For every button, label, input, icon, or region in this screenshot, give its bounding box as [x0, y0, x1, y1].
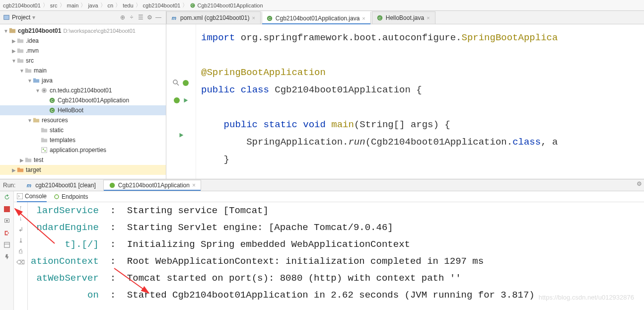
hide-icon[interactable]: —	[154, 14, 163, 21]
close-icon[interactable]: ×	[362, 15, 365, 21]
endpoints-tab[interactable]: Endpoints	[54, 193, 88, 200]
crumb-2[interactable]: main	[67, 2, 79, 8]
autowire-icon[interactable]	[173, 96, 181, 104]
settings-icon[interactable]: ⚙	[145, 14, 154, 21]
tree-item-target[interactable]: ▶target	[0, 165, 166, 175]
svg-rect-14	[33, 78, 36, 80]
project-tree[interactable]: ▼ cgb2104boot01 D:\workspace\cgb2104boot…	[0, 24, 166, 179]
tree-item-java[interactable]: ▼java	[0, 76, 166, 85]
editor-area: m pom.xml (cgb2104boot01)× C Cgb2104boot…	[166, 11, 644, 179]
svg-rect-5	[17, 39, 23, 43]
locate-icon[interactable]: ⊕	[118, 14, 127, 21]
dump-icon[interactable]	[3, 217, 11, 225]
package-icon	[41, 87, 48, 94]
props-icon	[41, 147, 48, 154]
project-icon	[3, 14, 10, 21]
run-tab-clean[interactable]: m cgb2104boot01 [clean]	[20, 180, 101, 191]
tree-item-application-properties[interactable]: application.properties	[0, 145, 166, 155]
svg-rect-24	[41, 128, 44, 130]
stop-icon[interactable]	[3, 205, 11, 213]
crumb-6[interactable]: cgb2104boot01	[143, 2, 181, 8]
svg-text:C: C	[378, 16, 381, 20]
svg-text:m: m	[27, 182, 31, 188]
crumb-3[interactable]: java	[88, 2, 98, 8]
rerun-icon[interactable]	[3, 193, 11, 201]
console-icon	[17, 193, 23, 199]
svg-point-53	[55, 195, 59, 199]
svg-rect-9	[17, 59, 23, 63]
print-icon[interactable]: ⎙	[19, 248, 22, 255]
watermark: https://blog.csdn.net/u012932876	[539, 294, 634, 301]
tree-root[interactable]: ▼ cgb2104boot01 D:\workspace\cgb2104boot…	[0, 26, 166, 36]
svg-rect-10	[17, 59, 20, 60]
tree-item-src[interactable]: ▼src	[0, 56, 166, 66]
softwrap-icon[interactable]: ↲	[18, 226, 23, 233]
tree-item-static[interactable]: static	[0, 125, 166, 135]
tab-application[interactable]: C Cgb2104boot01Application.java×	[262, 11, 371, 24]
gear-icon[interactable]: ⚙	[637, 180, 642, 187]
svg-point-29	[44, 150, 46, 152]
run-main-icon[interactable]	[178, 132, 185, 139]
tree-item-helloboot[interactable]: CHelloBoot	[0, 105, 166, 115]
crumb-7[interactable]: CCgb2104boot01Application	[190, 2, 263, 8]
class-icon: C	[376, 14, 383, 21]
class-icon: C	[49, 97, 56, 104]
folder-icon	[25, 156, 32, 163]
folder-src-icon	[33, 77, 40, 84]
folder-icon	[17, 47, 24, 54]
close-icon[interactable]: ×	[427, 15, 429, 21]
project-header: Project ▾ ⊕ ÷ ☰ ⚙ —	[0, 11, 166, 24]
collapse-icon[interactable]: ☰	[136, 14, 145, 21]
tree-item-test[interactable]: ▶test	[0, 155, 166, 165]
tree-item--idea[interactable]: ▶.idea	[0, 36, 166, 46]
project-title[interactable]: Project	[12, 14, 30, 21]
tree-item-templates[interactable]: templates	[0, 135, 166, 145]
tree-item-resources[interactable]: ▼resources	[0, 115, 166, 125]
expand-icon[interactable]: ÷	[127, 14, 136, 21]
crumb-0[interactable]: cgb2104boot01	[3, 2, 41, 8]
tree-item-main[interactable]: ▼main	[0, 66, 166, 76]
tree-item-cgb2104boot01application[interactable]: CCgb2104boot01Application	[0, 95, 166, 105]
folder-icon	[25, 67, 32, 74]
svg-rect-2	[4, 15, 9, 20]
run-class-icon[interactable]	[182, 97, 189, 104]
crumb-4[interactable]: cn	[108, 2, 114, 8]
console-tabs: Console Endpoints	[14, 191, 644, 202]
close-icon[interactable]: ×	[192, 182, 196, 189]
spring-icon	[109, 182, 116, 189]
svg-rect-12	[25, 69, 28, 70]
svg-point-28	[43, 149, 44, 150]
tree-item--mvn[interactable]: ▶.mvn	[0, 46, 166, 56]
svg-text:C: C	[51, 108, 54, 113]
clear-icon[interactable]: ⌫	[16, 259, 25, 266]
down-icon[interactable]: ↓	[19, 215, 22, 222]
svg-rect-31	[25, 158, 28, 159]
close-icon[interactable]: ×	[252, 15, 255, 21]
up-icon[interactable]: ↑	[19, 204, 22, 211]
svg-text:C: C	[51, 98, 54, 103]
editor-gutter[interactable]	[166, 24, 196, 179]
crumb-5[interactable]: tedu	[123, 2, 133, 8]
svg-point-42	[174, 97, 180, 103]
pin-icon[interactable]	[3, 253, 11, 261]
find-usages-icon[interactable]	[172, 79, 180, 87]
tree-item-cn-tedu-cgb2104boot01[interactable]: ▼cn.tedu.cgb2104boot01	[0, 85, 166, 95]
tab-pom[interactable]: m pom.xml (cgb2104boot01)×	[166, 11, 261, 24]
svg-rect-27	[42, 148, 47, 153]
run-tab-app[interactable]: Cgb2104boot01Application ×	[103, 180, 201, 191]
scroll-icon[interactable]: ⤓	[18, 237, 23, 244]
tab-helloboot[interactable]: C HelloBoot.java×	[372, 11, 435, 24]
exit-icon[interactable]	[3, 229, 11, 237]
bean-icon[interactable]	[182, 79, 190, 87]
folder-res-icon	[33, 117, 40, 124]
svg-text:m: m	[172, 15, 176, 21]
svg-line-40	[177, 83, 179, 85]
layout-icon[interactable]	[3, 241, 11, 249]
breadcrumb: cgb2104boot01〉 src〉 main〉 java〉 cn〉 tedu…	[0, 0, 644, 11]
console-tab[interactable]: Console	[17, 191, 47, 202]
svg-text:C: C	[192, 3, 194, 7]
svg-rect-11	[25, 69, 31, 73]
crumb-1[interactable]: src	[50, 2, 58, 8]
code-editor[interactable]: import org.springframework.boot.autoconf…	[196, 24, 558, 179]
svg-marker-43	[184, 98, 188, 102]
